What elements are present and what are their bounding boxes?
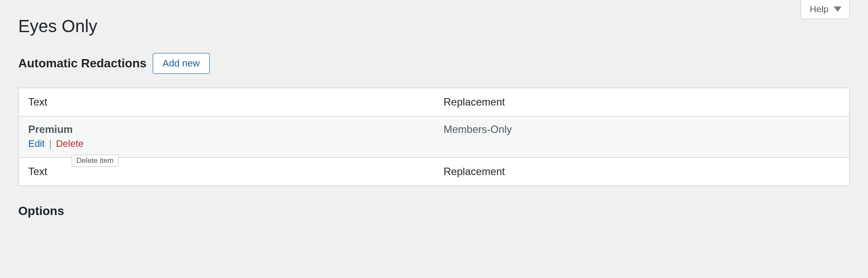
row-action-separator: | [47, 138, 53, 149]
delete-tooltip: Delete item [72, 155, 118, 167]
column-header-text[interactable]: Text [19, 88, 434, 116]
row-text-value: Premium [28, 123, 73, 135]
delete-link-label: Delete [56, 138, 84, 149]
edit-link[interactable]: Edit [28, 138, 45, 149]
page-title: Eyes Only [18, 16, 850, 36]
column-footer-replacement[interactable]: Replacement [434, 158, 850, 186]
help-tab-label: Help [810, 3, 829, 14]
section-title: Automatic Redactions [18, 56, 147, 70]
help-tab[interactable]: Help [801, 0, 850, 19]
table-row: Premium Edit | Delete Delete item Member… [19, 116, 850, 158]
delete-link[interactable]: Delete Delete item [56, 138, 84, 149]
row-replacement-value: Members-Only [444, 123, 512, 135]
chevron-down-icon [834, 7, 842, 12]
column-header-replacement[interactable]: Replacement [434, 88, 850, 116]
add-new-button[interactable]: Add new [153, 53, 210, 74]
redactions-table: Text Replacement Premium Edit | Delete D… [18, 88, 850, 186]
options-title: Options [18, 204, 850, 218]
